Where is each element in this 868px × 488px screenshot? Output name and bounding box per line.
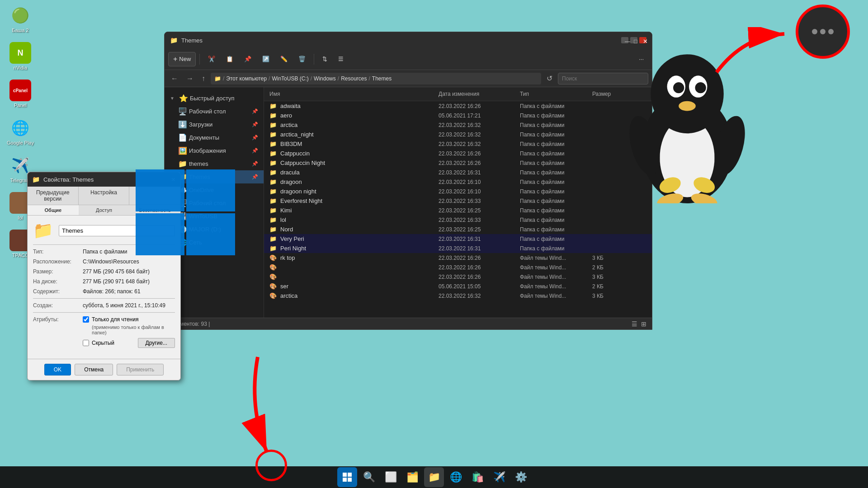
hidden-checkbox[interactable] (83, 340, 89, 346)
close-button[interactable]: ✕ (639, 37, 646, 43)
sort-icon: ⇅ (322, 56, 327, 62)
minimize-button[interactable]: — (621, 37, 628, 43)
file-name-cell: 📁 arctica_night (269, 131, 439, 138)
dialog-subtab-general[interactable]: Общие (28, 205, 79, 215)
file-type-cell: Папка с файлами (520, 188, 592, 195)
taskbar-settings-button[interactable]: ⚙️ (511, 467, 531, 487)
cut-button[interactable]: ✂️ (203, 53, 220, 65)
dialog-tab-settings[interactable]: Настройка (79, 187, 130, 205)
file-date-cell: 22.03.2022 16:10 (439, 188, 520, 195)
attr-controls: Только для чтения (применимо только к фа… (83, 316, 175, 350)
taskbar-browser-button[interactable]: 🌐 (446, 467, 466, 487)
sidebar-quick-access[interactable]: ▼ ⭐ Быстрый доступ (165, 92, 264, 105)
col-date[interactable]: Дата изменения (439, 89, 520, 99)
breadcrumb-wintousb[interactable]: WinToUSB (C:) (272, 75, 308, 82)
refresh-button[interactable]: ↺ (544, 72, 555, 84)
col-type[interactable]: Тип (520, 89, 592, 99)
file-row[interactable]: 📁 BIB3DM 22.03.2022 16:32 Папка с файлам… (264, 139, 652, 149)
taskbar-explorer-button[interactable]: 📁 (424, 467, 444, 487)
file-row[interactable]: 📁 Everforest Night 22.03.2022 16:33 Папк… (264, 196, 652, 206)
taskbar-telegram-button[interactable]: ✈️ (489, 467, 509, 487)
taskbar-store-button[interactable]: 🛍️ (467, 467, 487, 487)
file-row[interactable]: 📁 Nord 22.03.2022 16:25 Папка с файлами (264, 225, 652, 234)
file-icon: 🎨 (269, 273, 277, 280)
file-row[interactable]: 📁 Catppuccin 22.03.2022 16:26 Папка с фа… (264, 149, 652, 158)
sort-button[interactable]: ⇅ (318, 53, 332, 65)
file-name-text: lol (280, 216, 286, 223)
taskbar-taskview-button[interactable]: ⬜ (381, 467, 401, 487)
file-row[interactable]: 🎨 arctica 22.03.2022 16:32 Файл темы Win… (264, 291, 652, 300)
breadcrumb-resources[interactable]: Resources (341, 75, 367, 82)
file-row[interactable]: 📁 aero 05.06.2021 17:21 Папка с файлами (264, 111, 652, 120)
file-row[interactable]: 📁 dragoon night 22.03.2022 16:10 Папка с… (264, 187, 652, 196)
view-button[interactable]: ☰ (334, 53, 348, 65)
desktop-icon-nvidia[interactable]: 🟢 Баша 2 (5, 5, 36, 33)
grid-view-button[interactable]: ⊞ (641, 320, 646, 328)
readonly-checkbox[interactable] (83, 316, 89, 323)
forward-button[interactable]: → (184, 73, 196, 84)
file-row[interactable]: 📁 Catppuccin Night 22.03.2022 16:26 Папк… (264, 158, 652, 168)
sidebar-downloads[interactable]: ⬇️ Загрузки 📌 (165, 118, 264, 131)
delete-button[interactable]: 🗑️ (294, 53, 310, 65)
file-row[interactable]: 📁 dracula 22.03.2022 16:31 Папка с файла… (264, 168, 652, 177)
breadcrumb-computer[interactable]: Этот компьютер (226, 75, 267, 82)
file-name-text: arctica (280, 292, 297, 299)
file-row[interactable]: 📁 dragoon 22.03.2022 16:10 Папка с файла… (264, 177, 652, 187)
back-button[interactable]: ← (168, 73, 181, 84)
file-icon: 🎨 (269, 292, 277, 299)
breadcrumb-themes[interactable]: Themes (372, 75, 392, 82)
share-button[interactable]: ↗️ (258, 53, 274, 65)
paste-button[interactable]: 📌 (240, 53, 256, 65)
list-view-button[interactable]: ☰ (632, 320, 637, 328)
maximize-button[interactable]: □ (630, 37, 637, 43)
new-button[interactable]: + New (168, 52, 196, 66)
file-row[interactable]: 🎨 ser 05.06.2021 15:05 Файл темы Wind...… (264, 282, 652, 291)
file-row[interactable]: 📁 lol 22.03.2022 16:33 Папка с файлами (264, 215, 652, 225)
taskbar-start-button[interactable] (337, 467, 357, 487)
file-icon: 📁 (269, 216, 277, 223)
dialog-tab-previous[interactable]: Предыдущие версии (28, 187, 79, 205)
file-type-cell: Папка с файлами (520, 113, 592, 119)
file-name-text: aero (280, 112, 292, 119)
dialog-subtab-access[interactable]: Доступ (79, 205, 130, 215)
rename-button[interactable]: ✏️ (276, 53, 292, 65)
sidebar-themes-lower[interactable]: 📁 themes 📌 (165, 157, 264, 170)
sidebar-pictures[interactable]: 🖼️ Изображения 📌 (165, 144, 264, 157)
desktop-icon-google[interactable]: 🌐 Google Play (5, 117, 36, 145)
explorer-icon: 📁 (428, 471, 440, 483)
apply-button[interactable]: Применить (117, 364, 164, 375)
sidebar-desktop[interactable]: 🖥️ Рабочий стол 📌 (165, 105, 264, 118)
file-row[interactable]: 📁 adwaita 22.03.2022 16:26 Папка с файла… (264, 101, 652, 111)
file-row[interactable]: 📁 Very Peri 22.03.2022 16:31 Папка с фай… (264, 234, 652, 244)
sidebar-themes-lower-label: themes (189, 160, 208, 167)
file-type-cell: Папка с файлами (520, 226, 592, 233)
file-icon: 📁 (269, 178, 277, 185)
file-icon: 📁 (269, 160, 277, 166)
other-attrs-button[interactable]: Другие... (138, 338, 175, 348)
file-row[interactable]: 📁 arctica_night 22.03.2022 16:32 Папка с… (264, 130, 652, 139)
file-row[interactable]: 🎨 22.03.2022 16:26 Файл темы Wind... 2 К… (264, 263, 652, 272)
taskbar-widgets-button[interactable]: 🗂️ (402, 467, 422, 487)
file-icon: 📁 (269, 103, 277, 109)
dialog-folder-icon: 📁 (32, 176, 40, 183)
desktop-icon-panel[interactable]: N nVidia (5, 42, 36, 70)
file-explorer-window: 📁 Themes — □ ✕ + New ✂️ 📋 📌 ↗️ ✏️ 🗑️ (164, 32, 652, 330)
ok-button[interactable]: OK (44, 364, 71, 375)
copy-button[interactable]: 📋 (222, 53, 238, 65)
address-bar: ← → ↑ 📁 / Этот компьютер / WinToUSB (C:)… (165, 70, 652, 87)
file-row[interactable]: 🎨 22.03.2022 16:26 Файл темы Wind... 3 К… (264, 272, 652, 282)
file-date-cell: 05.06.2021 17:21 (439, 113, 520, 119)
file-row[interactable]: 🎨 rk top 22.03.2022 16:26 Файл темы Wind… (264, 253, 652, 263)
desktop-icon-cpanel[interactable]: cPanel Panel (5, 80, 36, 108)
file-type-cell: Папка с файлами (520, 103, 592, 109)
cancel-button[interactable]: Отмена (75, 364, 113, 375)
file-row[interactable]: 📁 Kimi 22.03.2022 16:25 Папка с файлами (264, 206, 652, 215)
breadcrumb[interactable]: 📁 / Этот компьютер / WinToUSB (C:) / Win… (211, 73, 541, 84)
breadcrumb-windows[interactable]: Windows (314, 75, 336, 82)
file-row[interactable]: 📁 Peri Night 22.03.2022 16:31 Папка с фа… (264, 244, 652, 253)
file-row[interactable]: 📁 arctica 22.03.2022 16:32 Папка с файла… (264, 120, 652, 130)
taskbar-search-button[interactable]: 🔍 (359, 467, 379, 487)
sidebar-documents[interactable]: 📄 Документы 📌 (165, 131, 264, 144)
col-name[interactable]: Имя (269, 89, 439, 99)
up-button[interactable]: ↑ (199, 73, 208, 84)
